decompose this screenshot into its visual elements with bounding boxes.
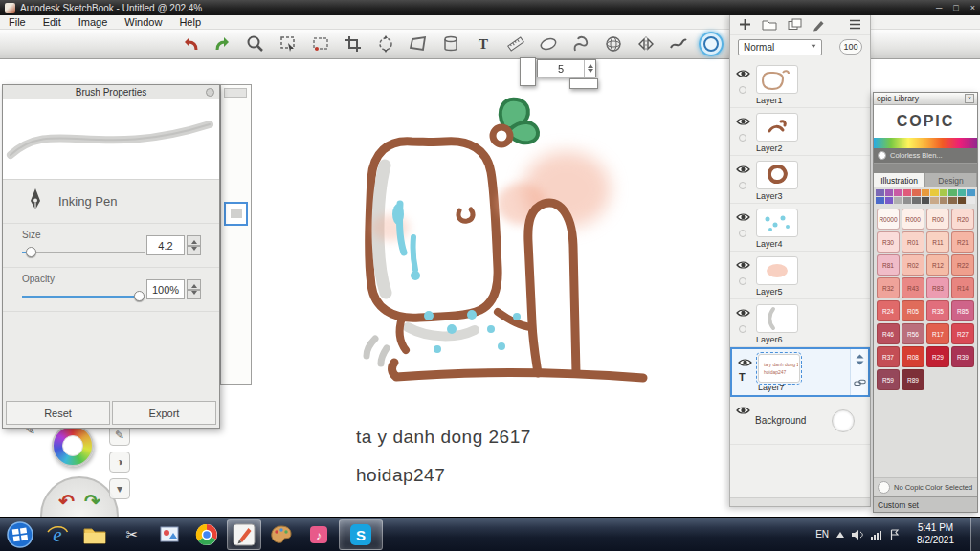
strip-selected-item[interactable]	[224, 202, 248, 226]
layer-visibility-toggle[interactable]	[736, 402, 750, 419]
layer-row-layer7[interactable]: Tta y danh dong 2617hoidap247Layer7	[730, 347, 870, 397]
ellipse-guide-tool[interactable]	[536, 32, 561, 56]
size-slider[interactable]	[22, 252, 145, 253]
layer-visibility-toggle[interactable]	[736, 304, 750, 321]
family-color-swatch[interactable]	[930, 189, 939, 196]
copic-swatch-r39[interactable]: R39	[951, 346, 974, 367]
transform-tool[interactable]	[373, 32, 398, 56]
opacity-spinner[interactable]	[187, 279, 201, 299]
menu-window[interactable]: Window	[116, 16, 170, 28]
family-color-swatch[interactable]	[912, 197, 921, 204]
strip-header[interactable]	[224, 88, 247, 98]
copic-swatch-r81[interactable]: R81	[877, 254, 900, 276]
menu-edit[interactable]: Edit	[34, 16, 70, 28]
copic-swatch-r0000[interactable]: R0000	[877, 209, 900, 230]
lagoon-more-button[interactable]: ▾	[109, 478, 130, 499]
lagoon-color-button[interactable]: ◑	[109, 452, 130, 473]
layer-visibility-toggle[interactable]	[736, 65, 750, 82]
export-button[interactable]: Export	[112, 401, 216, 425]
popup-slider[interactable]	[520, 57, 536, 86]
collapsed-panel-strip[interactable]	[220, 84, 252, 385]
tab-illustration[interactable]: Illustration	[874, 173, 925, 187]
layer-row-layer5[interactable]: Layer5	[730, 252, 870, 299]
paint-app-icon[interactable]	[152, 519, 187, 550]
colorless-blender-row[interactable]: Colorless Blen...	[874, 148, 977, 163]
copic-swatch-r56[interactable]: R56	[902, 323, 924, 344]
select-tool[interactable]	[276, 32, 301, 56]
copic-swatch-r08[interactable]: R08	[902, 346, 924, 367]
copic-swatch-r20[interactable]: R20	[951, 209, 974, 230]
layers-panel-scrollbar[interactable]	[730, 497, 870, 506]
layer-menu-button[interactable]	[849, 19, 861, 30]
crop-tool[interactable]	[341, 32, 366, 56]
family-color-swatch[interactable]	[903, 189, 912, 196]
copic-swatch-r11[interactable]: R11	[926, 231, 949, 253]
menu-image[interactable]: Image	[70, 16, 117, 28]
family-color-swatch[interactable]	[894, 197, 902, 204]
family-color-swatch[interactable]	[940, 197, 948, 204]
skype-icon[interactable]: S	[339, 519, 383, 550]
copic-swatch-r43[interactable]: R43	[902, 277, 924, 298]
family-color-swatch[interactable]	[967, 189, 975, 196]
copic-swatch-r12[interactable]: R12	[926, 254, 949, 276]
layer-visibility-toggle[interactable]	[736, 209, 750, 226]
close-button[interactable]: ×	[970, 4, 975, 12]
layer-thumbnail[interactable]	[756, 65, 798, 94]
steady-stroke-tool[interactable]	[666, 32, 691, 56]
add-layer-button[interactable]	[739, 18, 751, 31]
copic-swatch-r21[interactable]: R21	[951, 231, 974, 253]
tab-design[interactable]: Design	[925, 173, 977, 187]
layer-visibility-toggle[interactable]	[736, 256, 750, 274]
french-curve-tool[interactable]	[568, 32, 593, 56]
copic-swatch-r000[interactable]: R000	[902, 209, 924, 230]
chrome-icon[interactable]	[189, 519, 224, 550]
menu-file[interactable]: File	[0, 16, 34, 28]
palette-app-icon[interactable]	[264, 519, 299, 550]
layer-row-layer2[interactable]: Layer2	[730, 108, 870, 156]
family-color-swatch[interactable]	[885, 189, 894, 196]
family-color-swatch[interactable]	[967, 197, 975, 204]
size-slider-handle[interactable]	[26, 247, 36, 257]
copic-swatch-r29[interactable]: R29	[926, 346, 949, 367]
text-tool[interactable]: T	[471, 32, 496, 56]
duplicate-layer-button[interactable]	[788, 18, 802, 31]
layer-thumbnail[interactable]	[756, 256, 798, 285]
file-explorer-icon[interactable]	[78, 519, 112, 550]
sphere-guide-tool[interactable]	[601, 32, 626, 56]
brush-panel-titlebar[interactable]: Brush Properties	[3, 85, 219, 99]
size-value[interactable]: 4.2	[146, 235, 185, 255]
copic-swatch-r46[interactable]: R46	[877, 323, 900, 344]
size-spinner[interactable]	[187, 235, 201, 255]
volume-icon[interactable]	[851, 529, 864, 540]
background-color-swatch[interactable]	[832, 409, 855, 432]
title-bar[interactable]: Autodesk SketchBook - Untitled @ 202.4% …	[0, 0, 980, 15]
family-color-swatch[interactable]	[903, 197, 912, 204]
blend-mode-select[interactable]: Normal	[738, 39, 822, 55]
copic-swatch-r24[interactable]: R24	[877, 300, 900, 321]
cylinder-guide-tool[interactable]	[438, 32, 463, 56]
popup-value-box[interactable]: 5	[537, 59, 596, 77]
copic-swatch-r05[interactable]: R05	[902, 300, 924, 321]
layer-row-layer4[interactable]: Layer4	[730, 204, 870, 252]
family-color-swatch[interactable]	[948, 189, 957, 196]
mark-layer-button[interactable]	[813, 18, 826, 32]
copic-swatch-r85[interactable]: R85	[951, 300, 974, 321]
zoom-tool[interactable]	[243, 32, 268, 56]
family-color-swatch[interactable]	[876, 189, 884, 196]
layer-link-button[interactable]	[854, 375, 866, 392]
family-color-swatch[interactable]	[912, 189, 921, 196]
ruler-tool[interactable]	[503, 32, 528, 56]
popup-spinner[interactable]	[584, 60, 595, 77]
copic-swatch-r17[interactable]: R17	[926, 323, 949, 344]
layer-thumbnail[interactable]	[756, 113, 798, 142]
copic-swatch-r30[interactable]: R30	[877, 231, 900, 253]
custom-set-bar[interactable]: Custom set	[874, 496, 977, 512]
copic-swatch-r89[interactable]: R89	[902, 369, 924, 390]
copic-swatch-r27[interactable]: R27	[951, 323, 974, 344]
family-color-swatch[interactable]	[922, 189, 930, 196]
copic-swatch-r37[interactable]: R37	[877, 346, 900, 367]
internet-explorer-icon[interactable]: e	[40, 519, 75, 550]
layer-visibility-toggle[interactable]	[736, 161, 750, 178]
copic-swatch-r32[interactable]: R32	[877, 277, 900, 298]
copic-swatch-r01[interactable]: R01	[902, 231, 924, 253]
